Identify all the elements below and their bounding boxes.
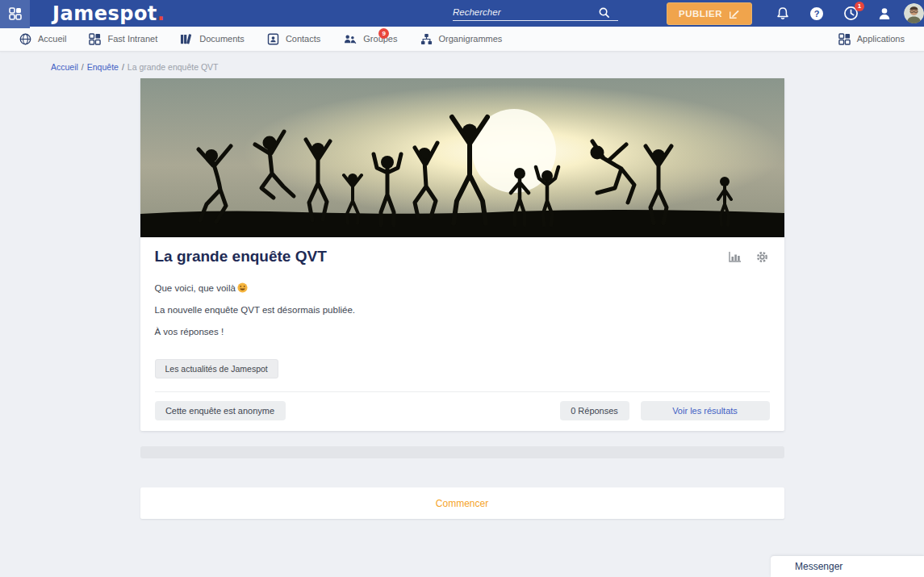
nav-item-fast-intranet[interactable]: Fast Intranet [77,27,169,51]
nav-bar: Accueil Fast Intranet Documents [0,27,924,52]
breadcrumb-separator: / [122,62,124,72]
clock-badge: 1 [855,2,864,11]
nav-label: Applications [857,34,905,44]
logo-text: Jamespot [52,2,157,25]
nav-item-applications[interactable]: Applications [827,27,916,51]
nav-item-accueil[interactable]: Accueil [8,27,77,51]
start-survey-button[interactable]: Commencer [140,487,784,519]
user-avatar[interactable] [904,3,924,23]
grid-icon [838,33,851,45]
search-icon[interactable] [598,6,610,19]
help-icon[interactable]: ? [809,6,825,22]
top-icon-group: ? 1 [775,6,893,22]
nav-item-contacts[interactable]: Contacts [256,27,332,51]
jamespot-logo[interactable]: Jamespot. [52,2,165,26]
grinning-emoji-icon [237,282,248,293]
edit-icon [729,8,740,19]
group-tag[interactable]: Les actualités de Jamespot [155,359,278,378]
grid-icon [9,7,22,20]
people-icon [343,33,357,45]
breadcrumb-enquete[interactable]: Enquête [87,62,119,72]
top-bar: Jamespot. PUBLIER [0,0,924,27]
hero-image [140,78,784,237]
breadcrumb-current: La grande enquête QVT [128,62,219,72]
messenger-title: Messenger [795,561,842,572]
publish-button[interactable]: PUBLIER [667,2,752,25]
nav-label: Documents [199,34,245,44]
grid-icon [89,33,101,45]
gear-icon[interactable] [756,251,768,263]
breadcrumb: Accueil/Enquête/La grande enquête QVT [51,62,924,72]
card-footer: Cette enquête est anonyme 0 Réponses Voi… [140,392,784,431]
nav-label: Fast Intranet [107,34,157,44]
books-icon [180,33,193,45]
nav-item-documents[interactable]: Documents [169,27,256,51]
page-title: La grande enquête QVT [155,248,729,266]
start-survey-label: Commencer [436,498,488,509]
globe-icon [19,33,31,45]
search-input[interactable] [453,7,598,17]
survey-progress-bar [140,446,784,458]
svg-text:?: ? [814,9,820,19]
activity-clock-icon[interactable]: 1 [842,6,859,22]
search-bar [453,6,618,21]
messenger-panel[interactable]: Messenger [771,556,924,577]
publish-label: PUBLIER [679,9,722,19]
logo-dot: . [157,2,165,25]
nav-label: Organigrammes [439,34,503,44]
nav-label: Contacts [286,34,320,44]
responses-count[interactable]: 0 Réponses [560,401,629,420]
breadcrumb-accueil[interactable]: Accueil [51,62,78,72]
nav-label: Accueil [38,34,66,44]
contact-card-icon [267,33,279,45]
org-chart-icon [420,33,433,45]
apps-grid-button[interactable] [0,0,30,28]
view-results-button[interactable]: Voir les résultats [641,401,770,420]
notifications-bell-icon[interactable] [775,6,791,22]
post-body: Que voici, que voilà La nouvelle enquête… [155,282,770,338]
anonymous-badge: Cette enquête est anonyme [155,401,286,420]
post-paragraph: Que voici, que voilà [155,283,236,293]
survey-card: La grande enquête QVT [140,78,784,431]
profile-person-icon[interactable] [876,6,893,22]
post-paragraph: À vos réponses ! [155,325,770,338]
nav-item-groupes[interactable]: Groupes 9 [332,27,408,51]
nav-item-organigrammes[interactable]: Organigrammes [409,27,514,51]
main-content: La grande enquête QVT [140,78,784,519]
breadcrumb-separator: / [82,62,84,72]
post-paragraph: La nouvelle enquête QVT est désormais pu… [155,303,770,316]
stats-chart-icon[interactable] [729,251,742,263]
